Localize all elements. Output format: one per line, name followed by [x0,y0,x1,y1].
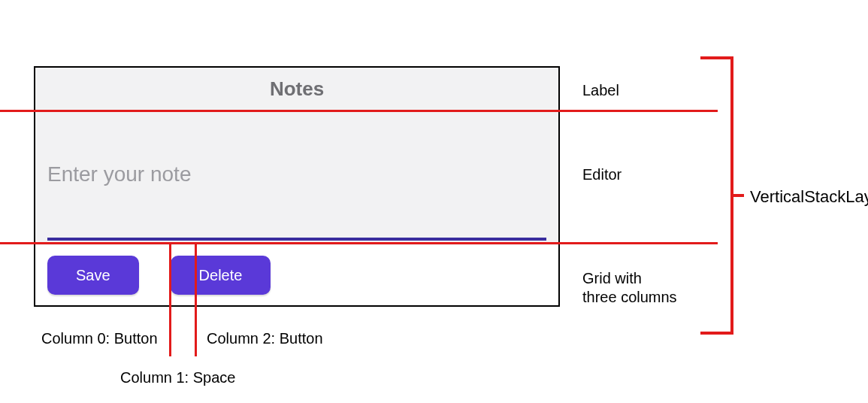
annotation-col0: Column 0: Button [41,329,158,348]
label-row: Notes [35,68,558,110]
save-button[interactable]: Save [47,256,139,295]
annotation-brace [730,194,744,197]
annotation-label: Editor [582,165,622,184]
annotation-line [169,244,171,356]
annotation-brace [700,332,730,335]
annotation-brace [700,56,730,59]
annotation-line [195,244,197,356]
note-editor[interactable]: Enter your note [47,140,546,236]
annotation-label: Grid with three columns [582,269,677,307]
delete-button[interactable]: Delete [171,256,271,295]
annotation-col1: Column 1: Space [120,368,235,387]
button-grid: Save Delete [35,245,558,305]
editor-underline [47,238,546,241]
page-title: Notes [270,77,324,101]
editor-placeholder: Enter your note [47,162,191,186]
annotation-line [0,242,718,244]
vertical-stack-layout: Notes Enter your note Save Delete [34,66,560,307]
annotation-label: Label [582,81,619,100]
editor-row[interactable]: Enter your note [35,110,558,245]
annotation-line [0,110,718,112]
annotation-col2: Column 2: Button [207,329,323,348]
annotation-stack-label: VerticalStackLayout [750,186,868,208]
